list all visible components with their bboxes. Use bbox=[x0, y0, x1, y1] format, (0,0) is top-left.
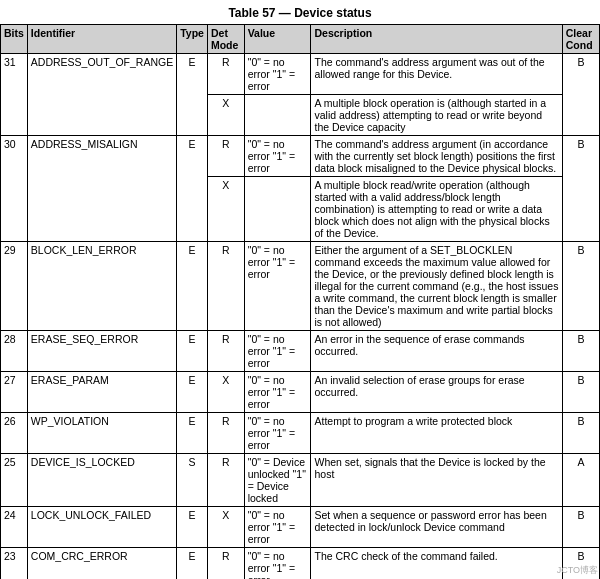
cell-identifier: ADDRESS_OUT_OF_RANGE bbox=[27, 54, 176, 136]
cell-det-mode: R bbox=[207, 548, 244, 580]
cell-identifier: DEVICE_IS_LOCKED bbox=[27, 454, 176, 507]
table-row: 29BLOCK_LEN_ERRORER"0" = no error "1" = … bbox=[1, 242, 600, 331]
col-header-det-mode: Det Mode bbox=[207, 25, 244, 54]
cell-identifier: BLOCK_LEN_ERROR bbox=[27, 242, 176, 331]
cell-type: S bbox=[177, 454, 208, 507]
cell-clear-cond: B bbox=[562, 136, 599, 242]
cell-identifier: LOCK_UNLOCK_FAILED bbox=[27, 507, 176, 548]
cell-value: "0" = no error "1" = error bbox=[244, 413, 311, 454]
cell-type: E bbox=[177, 242, 208, 331]
cell-bits: 26 bbox=[1, 413, 28, 454]
cell-bits: 24 bbox=[1, 507, 28, 548]
page-title: Table 57 — Device status bbox=[0, 0, 600, 24]
cell-clear-cond: B bbox=[562, 372, 599, 413]
watermark: JCTO博客 bbox=[557, 564, 598, 577]
cell-value: "0" = no error "1" = error bbox=[244, 242, 311, 331]
cell-value bbox=[244, 95, 311, 136]
cell-det-mode: R bbox=[207, 413, 244, 454]
cell-description: The command's address argument was out o… bbox=[311, 54, 562, 95]
table-row: 25DEVICE_IS_LOCKEDSR"0" = Device unlocke… bbox=[1, 454, 600, 507]
cell-det-mode: X bbox=[207, 372, 244, 413]
cell-type: E bbox=[177, 413, 208, 454]
cell-description: The CRC check of the command failed. bbox=[311, 548, 562, 580]
cell-value bbox=[244, 177, 311, 242]
col-header-identifier: Identifier bbox=[27, 25, 176, 54]
cell-det-mode: X bbox=[207, 95, 244, 136]
col-header-description: Description bbox=[311, 25, 562, 54]
cell-clear-cond: B bbox=[562, 331, 599, 372]
cell-bits: 25 bbox=[1, 454, 28, 507]
cell-identifier: COM_CRC_ERROR bbox=[27, 548, 176, 580]
cell-bits: 27 bbox=[1, 372, 28, 413]
cell-clear-cond: B bbox=[562, 54, 599, 136]
table-row: 27ERASE_PARAMEX"0" = no error "1" = erro… bbox=[1, 372, 600, 413]
cell-identifier: WP_VIOLATION bbox=[27, 413, 176, 454]
cell-description: An invalid selection of erase groups for… bbox=[311, 372, 562, 413]
cell-value: "0" = no error "1" = error bbox=[244, 372, 311, 413]
cell-type: E bbox=[177, 136, 208, 242]
cell-identifier: ERASE_PARAM bbox=[27, 372, 176, 413]
cell-type: E bbox=[177, 54, 208, 136]
cell-det-mode: R bbox=[207, 454, 244, 507]
cell-type: E bbox=[177, 372, 208, 413]
col-header-clear-cond: Clear Cond bbox=[562, 25, 599, 54]
cell-description: The command's address argument (in accor… bbox=[311, 136, 562, 177]
cell-description: Attempt to program a write protected blo… bbox=[311, 413, 562, 454]
cell-clear-cond: B bbox=[562, 413, 599, 454]
cell-bits: 29 bbox=[1, 242, 28, 331]
cell-identifier: ADDRESS_MISALIGN bbox=[27, 136, 176, 242]
table-row: 28ERASE_SEQ_ERRORER"0" = no error "1" = … bbox=[1, 331, 600, 372]
cell-det-mode: R bbox=[207, 54, 244, 95]
cell-clear-cond: A bbox=[562, 454, 599, 507]
cell-value: "0" = no error "1" = error bbox=[244, 507, 311, 548]
cell-value: "0" = no error "1" = error bbox=[244, 54, 311, 95]
cell-clear-cond: B bbox=[562, 507, 599, 548]
cell-description: A multiple block read/write operation (a… bbox=[311, 177, 562, 242]
cell-bits: 30 bbox=[1, 136, 28, 242]
col-header-bits: Bits bbox=[1, 25, 28, 54]
col-header-type: Type bbox=[177, 25, 208, 54]
cell-description: When set, signals that the Device is loc… bbox=[311, 454, 562, 507]
cell-type: E bbox=[177, 548, 208, 580]
cell-det-mode: X bbox=[207, 507, 244, 548]
cell-description: An error in the sequence of erase comman… bbox=[311, 331, 562, 372]
cell-description: Either the argument of a SET_BLOCKLEN co… bbox=[311, 242, 562, 331]
cell-description: Set when a sequence or password error ha… bbox=[311, 507, 562, 548]
cell-type: E bbox=[177, 507, 208, 548]
col-header-value: Value bbox=[244, 25, 311, 54]
cell-value: "0" = no error "1" = error bbox=[244, 548, 311, 580]
cell-value: "0" = no error "1" = error bbox=[244, 331, 311, 372]
cell-det-mode: R bbox=[207, 331, 244, 372]
cell-identifier: ERASE_SEQ_ERROR bbox=[27, 331, 176, 372]
cell-description: A multiple block operation is (although … bbox=[311, 95, 562, 136]
cell-clear-cond: B bbox=[562, 242, 599, 331]
table-row: 26WP_VIOLATIONER"0" = no error "1" = err… bbox=[1, 413, 600, 454]
cell-bits: 28 bbox=[1, 331, 28, 372]
cell-det-mode: R bbox=[207, 136, 244, 177]
device-status-table: Bits Identifier Type Det Mode Value Desc… bbox=[0, 24, 600, 579]
table-row: 24LOCK_UNLOCK_FAILEDEX"0" = no error "1"… bbox=[1, 507, 600, 548]
table-row: 23COM_CRC_ERRORER"0" = no error "1" = er… bbox=[1, 548, 600, 580]
cell-bits: 31 bbox=[1, 54, 28, 136]
table-row: 30ADDRESS_MISALIGNER"0" = no error "1" =… bbox=[1, 136, 600, 177]
cell-value: "0" = no error "1" = error bbox=[244, 136, 311, 177]
cell-type: E bbox=[177, 331, 208, 372]
cell-value: "0" = Device unlocked "1" = Device locke… bbox=[244, 454, 311, 507]
cell-det-mode: R bbox=[207, 242, 244, 331]
cell-bits: 23 bbox=[1, 548, 28, 580]
table-row: 31ADDRESS_OUT_OF_RANGEER"0" = no error "… bbox=[1, 54, 600, 95]
cell-det-mode: X bbox=[207, 177, 244, 242]
